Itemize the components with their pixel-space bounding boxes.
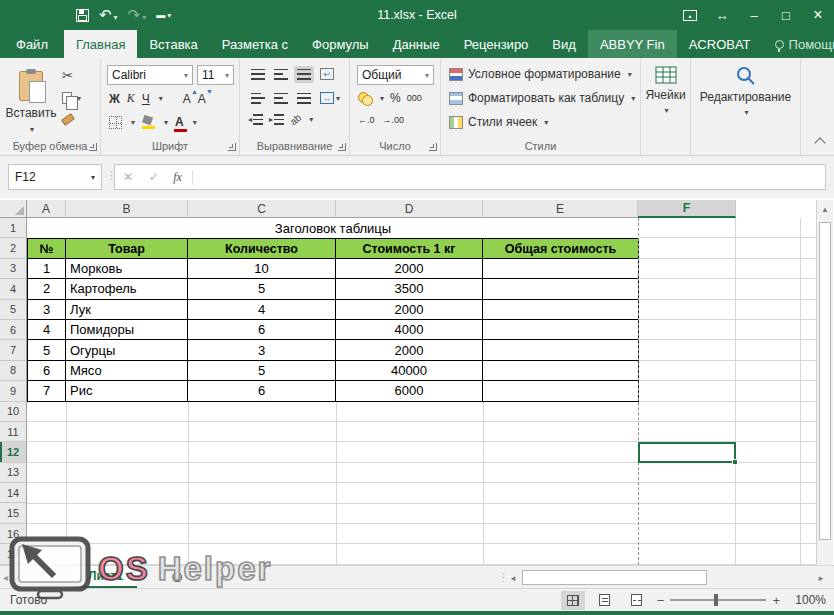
row-header-16[interactable]: 16 [0, 524, 27, 544]
thousands-button[interactable]: 000 [407, 93, 422, 103]
paste-button[interactable]: Вставить ▾ [8, 66, 54, 138]
add-sheet-button[interactable]: ⊕ [171, 568, 184, 586]
enter-button[interactable]: ✓ [141, 170, 167, 184]
tab-page-layout[interactable]: Разметка с [210, 30, 300, 58]
row-header-14[interactable]: 14 [0, 483, 27, 503]
clipboard-dialog-launcher[interactable] [89, 143, 97, 151]
tab-review[interactable]: Рецензиро [452, 30, 541, 58]
table-cell[interactable]: 7 [27, 381, 66, 401]
normal-view-button[interactable] [561, 591, 585, 610]
select-all-corner[interactable] [0, 200, 27, 218]
tab-acrobat[interactable]: ACROBAT [677, 30, 763, 58]
header-cell[interactable]: Общая стоимость [483, 238, 639, 258]
table-cell[interactable]: 1 [27, 259, 66, 279]
horizontal-scroll-thumb[interactable] [522, 570, 707, 585]
tab-file[interactable]: Файл [0, 30, 64, 58]
currency-icon[interactable] [358, 92, 372, 104]
table-cell[interactable]: 2 [27, 279, 66, 299]
table-cell[interactable]: 4 [188, 300, 336, 320]
table-cell[interactable] [483, 361, 639, 381]
table-cell[interactable]: 2000 [336, 300, 483, 320]
table-cell[interactable]: 6 [27, 361, 66, 381]
scroll-up-arrow[interactable]: ▴ [817, 200, 833, 217]
table-cell[interactable]: 6 [188, 320, 336, 340]
tab-formulas[interactable]: Формулы [300, 30, 381, 58]
formula-input[interactable] [193, 165, 825, 189]
table-cell[interactable]: 6 [188, 381, 336, 401]
table-cell[interactable]: 5 [188, 279, 336, 299]
header-cell[interactable]: Стоимость 1 кг [336, 238, 483, 258]
merge-center-button[interactable]: ↔▾ [317, 89, 343, 107]
row-header-9[interactable]: 9 [0, 381, 27, 401]
cell-styles-button[interactable]: Стили ячеек▾ [449, 115, 548, 129]
sheet-nav-left-icon[interactable]: ◂ [3, 572, 8, 583]
alignment-dialog-launcher[interactable] [338, 143, 346, 151]
editing-button[interactable]: Редактирование ▾ [691, 66, 800, 117]
table-cell[interactable] [483, 340, 639, 360]
fill-color-icon[interactable] [142, 116, 155, 129]
bold-button[interactable]: Ж [109, 92, 120, 106]
table-cell[interactable] [483, 259, 639, 279]
row-header-15[interactable]: 15 [0, 503, 27, 523]
table-title-cell[interactable]: Заголовок таблицы [27, 218, 639, 238]
table-cell[interactable]: 10 [188, 259, 336, 279]
customize-qat-button[interactable]: ▬▾ [156, 10, 171, 20]
table-cell[interactable] [483, 300, 639, 320]
row-header-7[interactable]: 7 [0, 340, 27, 360]
decrease-font-button[interactable]: А▼ [198, 92, 206, 106]
tab-data[interactable]: Данные [381, 30, 452, 58]
undo-button[interactable]: ↶▾ [99, 6, 118, 24]
row-header-10[interactable]: 10 [0, 402, 27, 422]
copy-button[interactable]: ▾ [62, 92, 81, 104]
tab-abbyy[interactable]: ABBYY Fin [588, 30, 677, 58]
row-header-12[interactable]: 12 [0, 442, 27, 462]
increase-font-button[interactable]: А▲ [183, 92, 191, 106]
row-header-1[interactable]: 1 [0, 218, 27, 238]
row-header-2[interactable]: 2 [0, 238, 27, 258]
table-cell[interactable]: Огурцы [66, 340, 188, 360]
cancel-button[interactable]: ✕ [115, 170, 141, 184]
table-cell[interactable]: 2000 [336, 340, 483, 360]
vertical-scroll-thumb[interactable] [819, 222, 831, 540]
resize-icon[interactable]: ↔ [706, 0, 738, 30]
scroll-right-arrow[interactable]: ▸ [814, 573, 828, 583]
orientation-button[interactable]: ab [288, 112, 304, 128]
table-cell[interactable]: 4000 [336, 320, 483, 340]
number-dialog-launcher[interactable] [429, 143, 437, 151]
table-cell[interactable]: 3500 [336, 279, 483, 299]
column-header-a[interactable]: A [27, 200, 66, 218]
row-header-6[interactable]: 6 [0, 320, 27, 340]
page-layout-view-button[interactable] [593, 591, 617, 610]
column-header-d[interactable]: D [336, 200, 483, 218]
decrease-decimal-button[interactable]: →.00 [383, 115, 405, 125]
table-cell[interactable]: 40000 [336, 361, 483, 381]
wrap-text-button[interactable]: ↩ [317, 65, 337, 83]
row-header-8[interactable]: 8 [0, 361, 27, 381]
table-cell[interactable]: 4 [27, 320, 66, 340]
font-color-icon[interactable]: А [175, 115, 184, 129]
number-format-combo[interactable]: Общий▾ [357, 65, 434, 85]
fill-handle[interactable] [732, 459, 738, 465]
table-cell[interactable]: Мясо [66, 361, 188, 381]
align-bottom-button[interactable] [294, 66, 314, 83]
table-cell[interactable]: Картофель [66, 279, 188, 299]
row-header-11[interactable]: 11 [0, 422, 27, 442]
minimize-button[interactable]: – [738, 0, 770, 30]
align-top-button[interactable] [248, 66, 268, 83]
decrease-indent-button[interactable]: ◂ [248, 114, 263, 125]
row-header-17[interactable]: 17 [0, 544, 27, 564]
table-cell[interactable]: 5 [27, 340, 66, 360]
table-cell[interactable]: Помидоры [66, 320, 188, 340]
maximize-button[interactable]: □ [770, 0, 802, 30]
row-header-5[interactable]: 5 [0, 300, 27, 320]
zoom-level[interactable]: 100% [788, 593, 826, 607]
format-painter-button[interactable] [62, 116, 74, 123]
zoom-in-button[interactable]: + [772, 593, 780, 608]
increase-indent-button[interactable]: ▸ [269, 114, 284, 125]
font-family-combo[interactable]: Calibri▾ [107, 65, 193, 85]
percent-button[interactable]: % [390, 91, 401, 105]
tab-home[interactable]: Главная [64, 30, 137, 58]
horizontal-scrollbar[interactable]: ◂ ▸ [506, 569, 828, 586]
align-middle-button[interactable] [271, 66, 291, 83]
align-right-button[interactable] [294, 90, 314, 107]
